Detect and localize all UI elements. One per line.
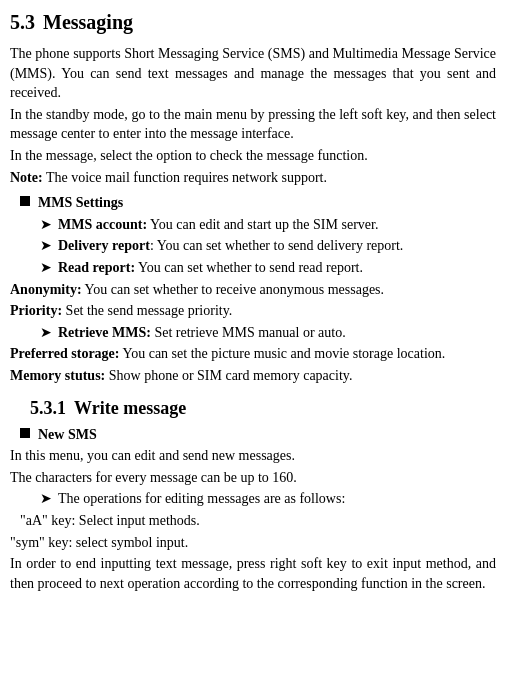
anonymity-line: Anonymity: You can set whether to receiv…	[10, 280, 496, 300]
preferred-bold: Preferred storage:	[10, 346, 119, 361]
arrow-icon-5: ➤	[40, 489, 52, 509]
delivery-report-bold: Delivery report	[58, 238, 150, 253]
arrow-icon-1: ➤	[40, 215, 52, 235]
priority-bold: Priority:	[10, 303, 62, 318]
read-report-bold: Read report:	[58, 260, 135, 275]
mms-account-bold: MMS account:	[58, 217, 147, 232]
delivery-report-item: ➤ Delivery report: You can set whether t…	[40, 236, 496, 256]
new-sms-para-2: The characters for every message can be …	[10, 468, 496, 488]
retrieve-mms-text: Retrieve MMS: Set retrieve MMS manual or…	[58, 323, 346, 343]
priority-line: Priority: Set the send message priority.	[10, 301, 496, 321]
anonymity-bold: Anonymity:	[10, 282, 82, 297]
memory-stutus-line: Memory stutus: Show phone or SIM card me…	[10, 366, 496, 386]
section-5-3-number: 5.3	[10, 8, 35, 36]
mms-account-item: ➤ MMS account: You can edit and start up…	[40, 215, 496, 235]
mms-account-text: MMS account: You can edit and start up t…	[58, 215, 378, 235]
note-label: Note:	[10, 170, 43, 185]
section-5-3-header: 5.3 Messaging	[10, 8, 496, 40]
read-report-desc: You can set whether to send read report.	[135, 260, 363, 275]
new-sms-label: New SMS	[38, 425, 97, 445]
memory-bold: Memory stutus:	[10, 368, 105, 383]
mms-settings-label: MMS Settings	[38, 193, 123, 213]
arrow-icon-4: ➤	[40, 323, 52, 343]
mms-settings-item: MMS Settings	[20, 193, 496, 213]
operations-item: ➤ The operations for editing messages ar…	[40, 489, 496, 509]
retrieve-mms-item: ➤ Retrieve MMS: Set retrieve MMS manual …	[40, 323, 496, 343]
arrow-icon-3: ➤	[40, 258, 52, 278]
delivery-report-desc: : You can set whether to send delivery r…	[150, 238, 404, 253]
read-report-item: ➤ Read report: You can set whether to se…	[40, 258, 496, 278]
aA-key-text: "aA" key: Select input methods.	[20, 513, 200, 528]
arrow-icon-2: ➤	[40, 236, 52, 256]
retrieve-mms-desc: Set retrieve MMS manual or auto.	[151, 325, 346, 340]
retrieve-mms-bold: Retrieve MMS:	[58, 325, 151, 340]
section-5-3-title: Messaging	[43, 8, 133, 36]
intro-paragraph-2: In the standby mode, go to the main menu…	[10, 105, 496, 144]
preferred-storage-line: Preferred storage: You can set the pictu…	[10, 344, 496, 364]
note-text: The voice mail function requires network…	[43, 170, 327, 185]
section-5-3-1-number: 5.3.1	[30, 396, 66, 421]
memory-text: Show phone or SIM card memory capacity.	[105, 368, 352, 383]
end-paragraph: In order to end inputting text message, …	[10, 554, 496, 593]
aA-key-line: "aA" key: Select input methods.	[20, 511, 496, 531]
priority-text: Set the send message priority.	[62, 303, 232, 318]
section-5-3-1-header: 5.3.1 Write message	[30, 396, 496, 421]
bullet-square-icon-2	[20, 428, 30, 438]
operations-text: The operations for editing messages are …	[58, 489, 345, 509]
new-sms-para-1: In this menu, you can edit and send new …	[10, 446, 496, 466]
sym-key-line: "sym" key: select symbol input.	[10, 533, 496, 553]
anonymity-text: You can set whether to receive anonymous…	[82, 282, 384, 297]
bullet-square-icon	[20, 196, 30, 206]
preferred-text: You can set the picture music and movie …	[119, 346, 445, 361]
section-5-3-1-title: Write message	[74, 396, 186, 421]
intro-paragraph-3: In the message, select the option to che…	[10, 146, 496, 166]
read-report-text: Read report: You can set whether to send…	[58, 258, 363, 278]
new-sms-item: New SMS	[20, 425, 496, 445]
delivery-report-text: Delivery report: You can set whether to …	[58, 236, 403, 256]
intro-paragraph-1: The phone supports Short Messaging Servi…	[10, 44, 496, 103]
note-line: Note: The voice mail function requires n…	[10, 168, 496, 188]
mms-account-desc: You can edit and start up the SIM server…	[147, 217, 378, 232]
